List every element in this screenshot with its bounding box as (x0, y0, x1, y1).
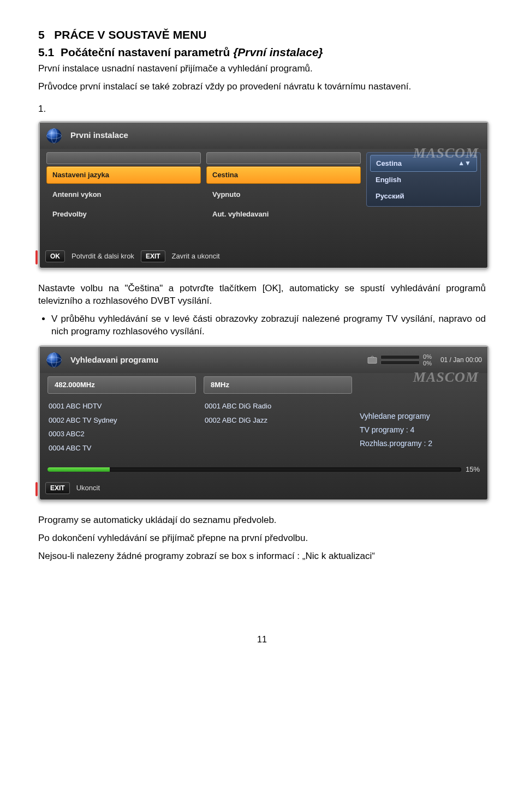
pct-a: 0% (423, 354, 432, 359)
tv-item: 0004 ABC TV (47, 441, 198, 455)
updown-icon: ▲▼ (458, 159, 471, 167)
scan-frequency: 482.000MHz (47, 376, 196, 394)
intro-paragraph-2: Průvodce první instalací se také zobrazí… (38, 81, 486, 93)
section-heading: 5 PRÁCE V SOUSTAVĚ MENU (38, 27, 486, 43)
ok-key-icon: OK (45, 250, 65, 262)
installer-footer: OK Potvrdit & dalsi krok EXIT Zavrit a u… (40, 246, 487, 268)
section-number: 5 (38, 28, 45, 41)
pct-b: 0% (423, 360, 432, 366)
scan-progress-pct: 15% (466, 465, 480, 474)
installer-title: Prvni instalace (70, 130, 482, 141)
svg-point-0 (46, 128, 61, 143)
scan-title: Vyhledavani programu (70, 354, 367, 365)
svg-point-3 (46, 353, 61, 368)
exit-key-icon: EXIT (45, 482, 70, 494)
subsection-title-italic: {První instalace} (233, 46, 323, 58)
language-option-label: Cestina (376, 159, 402, 169)
radio-item: 0001 ABC DiG Radio (204, 399, 354, 413)
scan-bandwidth: 8MHz (204, 376, 352, 394)
subsection-title: Počáteční nastavení parametrů (61, 46, 233, 58)
language-option-czech[interactable]: Cestina ▲▼ (370, 155, 477, 172)
svg-rect-6 (368, 357, 377, 363)
col-header-left (46, 152, 201, 164)
tv-item: 0002 ABC TV Sydney (47, 413, 198, 428)
radio-item: 0002 ABC DiG Jazz (204, 413, 354, 428)
globe-icon (43, 350, 65, 370)
scan-footer: EXIT Ukoncit (40, 478, 487, 500)
scan-clock: 01 / Jan 00:00 (440, 357, 482, 363)
scan-summary-title: Vyhledane programy (360, 411, 480, 422)
list-marker-1: 1. (38, 103, 486, 116)
signal-bar-b (380, 360, 420, 365)
scan-screenshot: MASCOM Vyhledavani programu 0% 0% 01 / J… (38, 345, 489, 501)
col-header-mid (206, 152, 361, 164)
scan-header: Vyhledavani programu 0% 0% 01 / Jan 00:0… (40, 347, 487, 373)
scan-summary: Vyhledane programy TV programy : 4 Rozhl… (360, 399, 480, 455)
language-select-list[interactable]: Cestina ▲▼ English Русский (366, 152, 481, 207)
menu-item-antenna[interactable]: Antenni vykon (46, 186, 201, 203)
exit-key-label: Zavrit a ukoncit (172, 251, 220, 261)
subsection-number: 5.1 (38, 46, 54, 58)
exit-key-label: Ukoncit (76, 483, 100, 493)
exit-key-icon: EXIT (141, 250, 165, 262)
language-option-english[interactable]: English (370, 172, 477, 188)
scan-progress-bar (47, 467, 461, 472)
scan-progress-fill (47, 467, 110, 472)
menu-value-presets[interactable]: Aut. vyhledavani (206, 206, 361, 223)
after-paragraph-1: Programy se automaticky ukládají do sezn… (38, 514, 486, 527)
scan-freq-row: 482.000MHz 8MHz (40, 376, 487, 399)
scan-tv-list: 0001 ABC HDTV 0002 ABC TV Sydney 0003 AB… (47, 399, 198, 455)
installer-header: Prvni instalace (40, 123, 487, 149)
red-edge-marker (35, 482, 38, 496)
globe-icon (43, 126, 65, 146)
bullet-scan-explain: V průběhu vyhledávání se v levé části ob… (51, 313, 486, 338)
red-edge-marker (35, 250, 38, 264)
signal-bar-a (380, 355, 420, 359)
section-title: PRÁCE V SOUSTAVĚ MENU (54, 28, 206, 41)
after-paragraph-3: Nejsou-li nalezeny žádné programy zobraz… (38, 550, 486, 563)
menu-value-antenna[interactable]: Vypnuto (206, 186, 361, 203)
menu-item-language[interactable]: Nastaveni jazyka (46, 166, 201, 184)
installer-screenshot: MASCOM Prvni instalace Nastaveni jazyka … (38, 121, 489, 269)
subsection-heading: 5.1 Počáteční nastavení parametrů {První… (38, 45, 486, 60)
scan-radio-list: 0001 ABC DiG Radio 0002 ABC DiG Jazz (204, 399, 354, 455)
language-option-russian[interactable]: Русский (370, 188, 477, 204)
tv-icon (367, 356, 377, 365)
menu-item-presets[interactable]: Predvolby (46, 206, 201, 223)
menu-value-language[interactable]: Cestina (206, 166, 361, 184)
intro-paragraph-1: První instalace usnadní nastavení přijím… (38, 63, 486, 75)
mid-paragraph: Nastavte volbu na "Čeština" a potvrďte t… (38, 282, 486, 308)
scan-summary-radio: Rozhlas.programy : 2 (360, 438, 480, 449)
tv-item: 0001 ABC HDTV (47, 399, 198, 413)
tv-item: 0003 ABC2 (47, 427, 198, 441)
after-paragraph-2: Po dokončení vyhledávání se přijímač pře… (38, 532, 486, 545)
scan-summary-tv: TV programy : 4 (360, 425, 480, 435)
ok-key-label: Potvrdit & dalsi krok (72, 251, 134, 261)
page-number: 11 (38, 634, 486, 646)
